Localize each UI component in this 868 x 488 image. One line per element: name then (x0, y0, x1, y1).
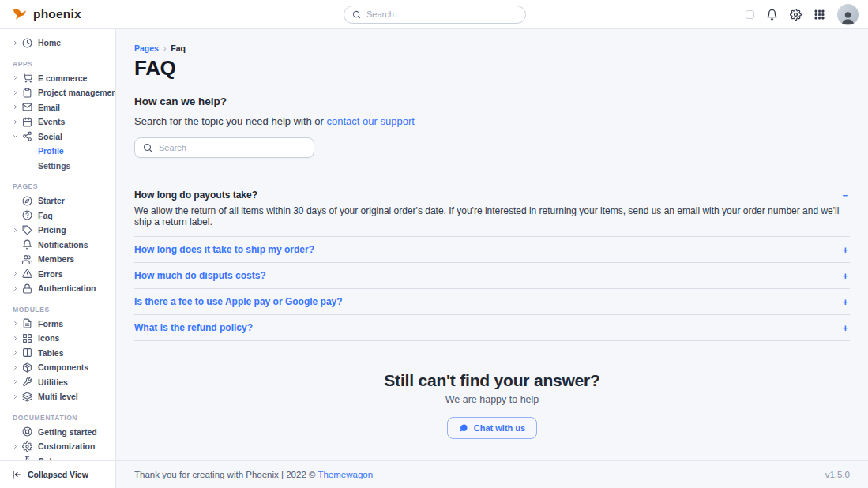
sidebar-item-label: Getting started (38, 427, 97, 437)
sidebar-item-errors[interactable]: Errors (0, 267, 115, 282)
search-icon (143, 143, 152, 152)
mail-icon (22, 102, 32, 112)
gear-icon[interactable] (790, 9, 802, 21)
collapsed-view-label: Collapsed View (28, 470, 88, 479)
compass-icon (22, 196, 32, 206)
sidebar-item-label: E commerce (38, 73, 87, 83)
clipboard-icon (22, 88, 32, 98)
sidebar-item-label: Icons (38, 333, 59, 343)
users-icon (22, 254, 32, 265)
sidebar-item-email[interactable]: Email (0, 100, 115, 115)
sidebar-item-notifications[interactable]: Notifications (0, 238, 115, 253)
sidebar-item-tables[interactable]: Tables (0, 346, 115, 361)
sidebar-item-components[interactable]: Components (0, 360, 115, 375)
faq-item: How long do payouts take?−We allow the r… (134, 182, 850, 237)
sidebar-item-project-management[interactable]: Project management (0, 85, 115, 100)
faq-question-text: How much do disputs costs? (134, 270, 266, 281)
themewagon-link[interactable]: Themewagon (318, 470, 373, 479)
plus-icon[interactable]: + (842, 323, 850, 333)
faq-question-text: How long does it take to ship my order? (134, 244, 314, 255)
sidebar-item-events[interactable]: Events (0, 114, 115, 130)
chevron-right-icon (13, 119, 22, 125)
layers-icon (22, 392, 32, 402)
sidebar-item-starter[interactable]: Starter (0, 193, 115, 208)
faq-question-how-long-does-it-take-to-ship-[interactable]: How long does it take to ship my order?+ (134, 237, 850, 262)
chevron-right-icon (13, 379, 22, 385)
chevron-right-icon (13, 336, 22, 341)
sidebar-section-label-pages: PAGES (0, 181, 115, 192)
sidebar-item-multi-level[interactable]: Multi level (0, 389, 115, 404)
phoenix-logo-icon (11, 6, 28, 23)
sidebar-item-home[interactable]: Home (0, 36, 115, 51)
faq-search-input[interactable] (159, 143, 306, 152)
sidebar-item-label: Components (38, 362, 88, 372)
faq-search[interactable] (134, 137, 314, 158)
top-navbar: phoenix (0, 0, 868, 29)
breadcrumb-pages-link[interactable]: Pages (134, 43, 159, 53)
sidebar-section-label-apps: APPS (0, 58, 115, 69)
sidebar-item-profile[interactable]: Profile (0, 144, 115, 159)
sidebar-item-faq[interactable]: Faq (0, 208, 115, 223)
footer-text: Thank you for creating with Phoenix | 20… (134, 470, 318, 479)
global-search-input[interactable] (366, 9, 517, 19)
plus-icon[interactable]: + (842, 245, 850, 255)
cta-title: Still can't find your answer? (134, 371, 850, 390)
apps-grid-icon[interactable] (814, 9, 825, 21)
global-search[interactable] (344, 6, 526, 24)
sidebar-nav: HomeAPPSE commerceProject managementEmai… (0, 29, 115, 460)
calendar-icon (22, 117, 32, 127)
sidebar-item-e-commerce[interactable]: E commerce (0, 71, 115, 86)
sidebar-item-label: Home (38, 38, 61, 47)
sidebar-item-members[interactable]: Members (0, 252, 115, 267)
help-icon (22, 210, 32, 220)
main-area: Pages › Faq FAQ How can we help? Search … (116, 29, 868, 488)
sidebar-item-icons[interactable]: Icons (0, 331, 115, 346)
faq-question-text: Is there a fee to use Apple pay or Googl… (134, 296, 343, 307)
chevron-right-icon (13, 350, 22, 355)
tool-icon (22, 377, 32, 387)
sidebar-item-authentication[interactable]: Authentication (0, 281, 115, 296)
sidebar-item-label: Tables (38, 348, 63, 358)
faq-question-how-much-do-disputs-costs[interactable]: How much do disputs costs?+ (134, 263, 850, 288)
navbar-actions (526, 4, 868, 25)
sidebar-item-label: Forms (38, 319, 63, 328)
plus-icon[interactable]: + (842, 271, 850, 281)
brand[interactable]: phoenix (0, 6, 344, 23)
faq-question-how-long-do-payouts-take[interactable]: How long do payouts take?− (134, 182, 850, 202)
sidebar-item-customization[interactable]: Customization (0, 439, 115, 454)
chevron-right-icon (13, 394, 22, 400)
chevron-right-icon (13, 321, 22, 326)
sidebar-item-gulp[interactable]: Gulp (0, 454, 115, 461)
sidebar-item-label: Notifications (38, 240, 88, 250)
chevron-right-icon (13, 90, 22, 96)
faq-question-is-there-a-fee-to-use-apple-pa[interactable]: Is there a fee to use Apple pay or Googl… (134, 289, 850, 314)
collapsed-view-toggle[interactable]: Collapsed View (0, 460, 115, 488)
minus-icon[interactable]: − (842, 190, 850, 201)
cart-icon (22, 73, 32, 83)
sidebar-item-utilities[interactable]: Utilities (0, 375, 115, 390)
sidebar-item-getting-started[interactable]: Getting started (0, 425, 115, 440)
sidebar-item-label: Members (38, 254, 74, 264)
footer: Thank you for creating with Phoenix | 20… (116, 460, 868, 488)
lifebuoy-icon (22, 426, 32, 437)
contact-support-link[interactable]: contact our support (327, 115, 415, 127)
faq-item: How long does it take to ship my order?+ (134, 237, 850, 263)
chat-with-us-button[interactable]: Chat with us (447, 417, 537, 439)
chevron-right-icon (13, 40, 22, 46)
faq-accordion: How long do payouts take?−We allow the r… (134, 182, 850, 341)
faq-answer: We allow the return of all items within … (134, 202, 850, 236)
sidebar-item-pricing[interactable]: Pricing (0, 223, 115, 238)
gear-icon (22, 441, 32, 452)
faq-question-what-is-the-refund-policy[interactable]: What is the refund policy?+ (134, 315, 850, 340)
search-icon (352, 10, 361, 19)
avatar[interactable] (837, 4, 859, 25)
sidebar-item-settings[interactable]: Settings (0, 159, 115, 174)
sidebar-item-label: Errors (38, 269, 63, 279)
theme-toggle[interactable] (746, 10, 754, 19)
sidebar-item-label: Project management (38, 88, 115, 97)
sidebar-item-social[interactable]: Social (0, 130, 115, 145)
alert-icon (22, 268, 32, 279)
bell-icon[interactable] (766, 9, 778, 21)
plus-icon[interactable]: + (842, 297, 850, 307)
sidebar-item-forms[interactable]: Forms (0, 317, 115, 332)
